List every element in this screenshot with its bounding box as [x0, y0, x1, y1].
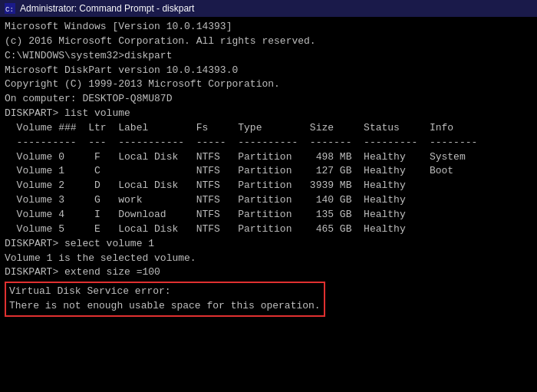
terminal-body: Microsoft Windows [Version 10.0.14393] (… [0, 17, 537, 392]
error-box: Virtual Disk Service error: There is not… [5, 282, 325, 317]
terminal-line-16: Volume 2 D Local Disk NTFS Partition 393… [5, 179, 532, 193]
svg-text:C:: C: [5, 6, 14, 14]
error-line-1: There is not enough usable space for thi… [9, 299, 321, 314]
terminal-line-14: Volume 0 F Local Disk NTFS Partition 498… [5, 150, 532, 165]
window-title: Administrator: Command Prompt - diskpart [20, 3, 532, 14]
terminal-line-13: ---------- --- ----------- ----- -------… [5, 136, 532, 150]
terminal-line-19: Volume 5 E Local Disk NTFS Partition 465… [5, 222, 532, 237]
error-line-0: Virtual Disk Service error: [9, 285, 321, 299]
cmd-icon: C: [5, 3, 15, 14]
terminal-line-18: Volume 4 I Download NTFS Partition 135 G… [5, 208, 532, 222]
terminal-line-25: DISKPART> extend size =100 [5, 265, 532, 280]
terminal-line-1: (c) 2016 Microsoft Corporation. All righ… [5, 35, 532, 49]
terminal-line-7: Copyright (C) 1999-2013 Microsoft Corpor… [5, 77, 532, 92]
terminal-line-15: Volume 1 C NTFS Partition 127 GB Healthy… [5, 164, 532, 179]
terminal-line-0: Microsoft Windows [Version 10.0.14393] [5, 20, 532, 35]
title-bar: C: Administrator: Command Prompt - diskp… [0, 0, 537, 17]
terminal-line-10: DISKPART> list volume [5, 107, 532, 121]
terminal-line-23: Volume 1 is the selected volume. [5, 252, 532, 266]
terminal-line-3: C:\WINDOWS\system32>diskpart [5, 49, 532, 64]
terminal-line-8: On computer: DESKTOP-Q8MU87D [5, 92, 532, 107]
terminal-line-5: Microsoft DiskPart version 10.0.14393.0 [5, 64, 532, 78]
terminal-line-12: Volume ### Ltr Label Fs Type Size Status… [5, 121, 532, 136]
terminal-line-17: Volume 3 G work NTFS Partition 140 GB He… [5, 193, 532, 208]
terminal-line-21: DISKPART> select volume 1 [5, 237, 532, 252]
